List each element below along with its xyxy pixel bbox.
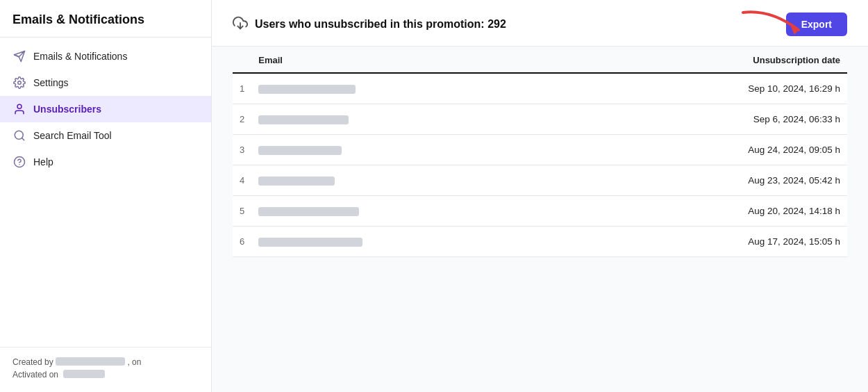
created-by-value [56,357,125,366]
help-icon [12,155,26,169]
row-email [251,104,609,135]
activated-on-label: Activated on [12,370,58,379]
sidebar-nav: Emails & Notifications Settings Unsubscr… [0,38,211,347]
row-email [251,165,609,196]
col-date-header: Unsubscription date [609,47,847,73]
sidebar-item-help[interactable]: Help [0,149,211,175]
row-number: 2 [233,104,251,135]
send-icon [12,49,26,63]
cloud-download-icon [233,15,248,33]
row-date: Sep 10, 2024, 16:29 h [609,73,847,104]
table-container: Email Unsubscription date 1Sep 10, 2024,… [212,47,868,392]
col-num-header [233,47,251,73]
table-row: 2Sep 6, 2024, 06:33 h [233,104,847,135]
sidebar-item-label: Settings [33,77,69,88]
row-number: 6 [233,227,251,257]
table-row: 1Sep 10, 2024, 16:29 h [233,73,847,104]
svg-point-1 [18,81,22,85]
row-number: 3 [233,135,251,165]
unsubscribers-table: Email Unsubscription date 1Sep 10, 2024,… [233,47,847,257]
header-left: Users who unsubscribed in this promotion… [233,15,506,33]
sidebar-item-label: Help [33,156,53,168]
svg-line-4 [22,138,24,140]
sidebar-item-search-email-tool[interactable]: Search Email Tool [0,122,211,149]
header-title: Users who unsubscribed in this promotion… [255,18,506,31]
table-row: 3Aug 24, 2024, 09:05 h [233,135,847,165]
row-date: Aug 20, 2024, 14:18 h [609,196,847,227]
row-date: Aug 17, 2024, 15:05 h [609,227,847,257]
row-number: 4 [233,165,251,196]
row-email [251,227,609,257]
col-email-header: Email [251,47,609,73]
sidebar-item-label: Unsubscribers [33,104,101,115]
table-row: 6Aug 17, 2024, 15:05 h [233,227,847,257]
row-number: 1 [233,73,251,104]
row-date: Sep 6, 2024, 06:33 h [609,104,847,135]
sidebar-item-unsubscribers[interactable]: Unsubscribers [0,96,211,122]
created-by-label: Created by [12,357,53,367]
sidebar-title: Emails & Notifications [0,0,211,38]
user-icon [12,102,26,116]
row-date: Aug 23, 2024, 05:42 h [609,165,847,196]
row-email [251,196,609,227]
gear-icon [12,76,26,90]
svg-point-2 [17,104,22,108]
on-label: , on [127,357,141,367]
search-icon [12,129,26,142]
main-content: Users who unsubscribed in this promotion… [212,0,868,392]
row-email [251,135,609,165]
table-row: 4Aug 23, 2024, 05:42 h [233,165,847,196]
table-row: 5Aug 20, 2024, 14:18 h [233,196,847,227]
main-header: Users who unsubscribed in this promotion… [212,0,868,47]
sidebar-item-label: Search Email Tool [33,130,112,141]
sidebar-item-label: Emails & Notifications [33,51,127,62]
row-email [251,73,609,104]
export-button[interactable]: Export [786,13,847,36]
row-number: 5 [233,196,251,227]
sidebar-item-settings[interactable]: Settings [0,70,211,96]
activated-on-value [63,370,105,378]
row-date: Aug 24, 2024, 09:05 h [609,135,847,165]
sidebar-item-emails-notifications[interactable]: Emails & Notifications [0,43,211,70]
sidebar-footer: Created by , on Activated on [0,347,211,392]
sidebar: Emails & Notifications Emails & Notifica… [0,0,212,392]
